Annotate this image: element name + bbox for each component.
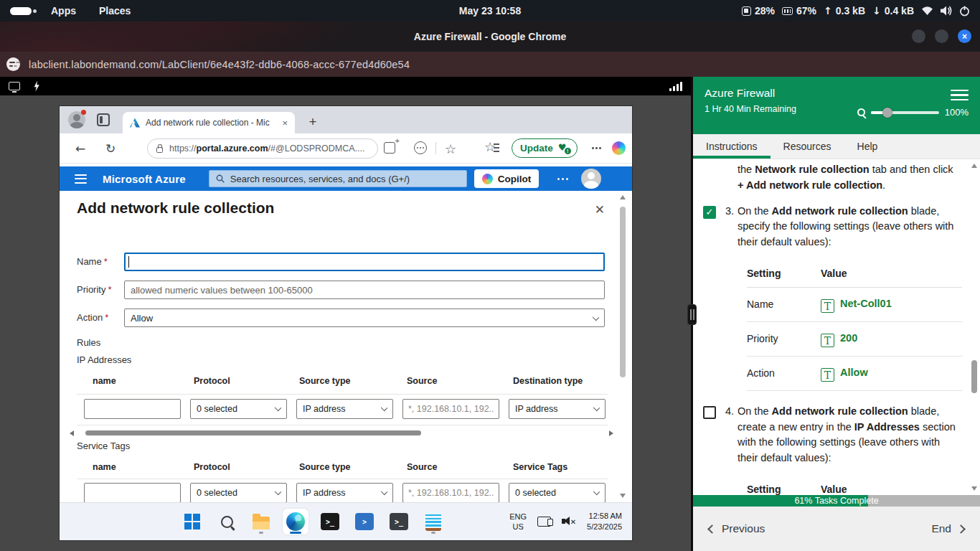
edge-update-button[interactable]: Update bbox=[512, 138, 578, 158]
panel-scrollbar-thumb[interactable] bbox=[971, 360, 977, 393]
scroll-left-arrow[interactable] bbox=[70, 430, 74, 436]
language-indicator[interactable]: ENG US bbox=[509, 512, 527, 532]
cmd-button[interactable]: >_ bbox=[317, 509, 343, 534]
name-input[interactable] bbox=[124, 253, 605, 271]
site-settings-icon[interactable] bbox=[6, 57, 20, 71]
col-source: Source bbox=[407, 376, 437, 386]
favorite-star-icon[interactable]: ☆ bbox=[441, 139, 460, 158]
azure-search-box[interactable]: Search resources, services, and docs (G+… bbox=[209, 170, 467, 187]
display-icon[interactable] bbox=[9, 82, 20, 90]
blade-vertical-scrollbar[interactable] bbox=[619, 194, 626, 499]
portal-menu-icon[interactable] bbox=[75, 174, 87, 184]
copilot-button[interactable]: Copilot bbox=[474, 169, 540, 188]
account-avatar[interactable] bbox=[581, 169, 601, 189]
ip-source-input[interactable] bbox=[402, 399, 499, 419]
service-tags-dropdown[interactable]: 0 selected bbox=[509, 483, 606, 502]
copilot-label: Copilot bbox=[498, 174, 532, 184]
service-tags-value: 0 selected bbox=[515, 488, 556, 498]
search-button[interactable] bbox=[214, 509, 240, 534]
ip-rule-name-input[interactable] bbox=[84, 399, 181, 419]
zoom-magnifier-icon[interactable] bbox=[857, 108, 865, 116]
powershell-button[interactable]: > bbox=[352, 509, 377, 534]
action-dropdown[interactable]: Allow bbox=[124, 309, 605, 327]
service-source-type-dropdown[interactable]: IP address bbox=[296, 483, 393, 502]
tab-resources[interactable]: Resources bbox=[771, 134, 844, 159]
edge-address-bar[interactable]: https://portal.azure.com/#@LODSPRODMCA..… bbox=[147, 138, 378, 159]
scroll-down-arrow[interactable] bbox=[620, 494, 626, 498]
chevron-right-icon bbox=[956, 524, 966, 534]
edge-url-text[interactable]: https://portal.azure.com/#@LODSPRODMCA..… bbox=[169, 143, 365, 154]
blade-close-icon[interactable]: ✕ bbox=[595, 202, 605, 217]
taskbar-clock[interactable]: 12:58 AM 5/23/2025 bbox=[587, 511, 622, 532]
edge-active-tab[interactable]: Add network rule collection - Mic × bbox=[123, 112, 295, 133]
actions-lightning-icon[interactable] bbox=[33, 81, 40, 92]
step4-checkbox[interactable] bbox=[703, 406, 716, 419]
step3-checkbox[interactable]: ✓ bbox=[703, 206, 716, 219]
zoom-slider[interactable] bbox=[871, 111, 939, 114]
tab-instructions[interactable]: Instructions bbox=[693, 134, 771, 159]
network-tray-icon[interactable] bbox=[537, 517, 551, 527]
copilot-icon[interactable] bbox=[612, 141, 626, 155]
favorites-list-icon[interactable]: ☆ bbox=[484, 139, 499, 154]
hscrollbar-thumb[interactable] bbox=[85, 430, 421, 435]
ip-protocol-dropdown[interactable]: 0 selected bbox=[190, 399, 287, 419]
chrome-url-text[interactable]: labclient.labondemand.com/LabClient/6e4e… bbox=[29, 59, 410, 70]
tab-close-icon[interactable]: × bbox=[282, 118, 288, 128]
panel-resize-handle[interactable] bbox=[687, 304, 697, 325]
notepad-button[interactable] bbox=[420, 509, 446, 534]
step-4: 4. On the Add network rule collection bl… bbox=[703, 404, 961, 466]
service-source-input[interactable] bbox=[402, 483, 499, 502]
net-download-indicator[interactable]: ↓ 0.4 kB bbox=[872, 5, 914, 17]
new-tab-button[interactable]: + bbox=[303, 113, 322, 131]
scrollbar-thumb[interactable] bbox=[620, 207, 626, 377]
ip-source-type-dropdown[interactable]: IP address bbox=[296, 399, 393, 419]
grid-horizontal-scrollbar[interactable] bbox=[80, 430, 603, 436]
service-rule-name-input[interactable] bbox=[84, 483, 181, 502]
lock-icon[interactable] bbox=[156, 147, 163, 153]
ip-destination-type-dropdown[interactable]: IP address bbox=[509, 399, 606, 419]
scroll-down-arrow[interactable] bbox=[971, 486, 977, 491]
extensions-icon[interactable] bbox=[414, 141, 427, 154]
scroll-up-arrow[interactable] bbox=[620, 195, 626, 199]
lab-panel-footer: Previous End bbox=[693, 507, 980, 551]
tab-search-icon[interactable] bbox=[97, 113, 110, 126]
start-button[interactable] bbox=[179, 509, 205, 534]
cpu-indicator[interactable]: 28% bbox=[742, 5, 775, 17]
scroll-right-arrow[interactable] bbox=[609, 430, 613, 436]
lab-menu-icon[interactable] bbox=[951, 90, 969, 100]
net-upload-indicator[interactable]: ↑ 0.3 kB bbox=[824, 5, 865, 17]
col-source-type: Source type bbox=[299, 376, 351, 386]
priority-input[interactable] bbox=[124, 281, 605, 299]
scroll-up-arrow[interactable] bbox=[971, 164, 977, 168]
chrome-url-bar[interactable]: labclient.labondemand.com/LabClient/6e4e… bbox=[0, 52, 980, 77]
back-button[interactable]: ← bbox=[71, 139, 90, 158]
maximize-button[interactable] bbox=[935, 29, 948, 43]
previous-button[interactable]: Previous bbox=[709, 522, 765, 535]
zoom-slider-knob[interactable] bbox=[882, 108, 892, 118]
service-protocol-dropdown[interactable]: 0 selected bbox=[190, 483, 287, 502]
power-icon[interactable] bbox=[959, 6, 970, 17]
file-explorer-button[interactable] bbox=[248, 509, 274, 534]
close-window-button[interactable]: × bbox=[958, 29, 971, 43]
activities-indicator[interactable] bbox=[10, 7, 37, 15]
split-screen-icon[interactable] bbox=[384, 142, 395, 154]
wifi-icon[interactable] bbox=[921, 6, 933, 16]
minimize-button[interactable] bbox=[912, 29, 925, 43]
volume-icon[interactable] bbox=[941, 6, 952, 16]
edge-taskbar-button[interactable] bbox=[283, 509, 308, 534]
places-menu[interactable]: Places bbox=[90, 2, 139, 19]
panel-scrollbar[interactable] bbox=[970, 161, 979, 494]
tab-help[interactable]: Help bbox=[844, 134, 891, 159]
memory-percent: 67% bbox=[796, 5, 816, 17]
portal-more-icon[interactable] bbox=[557, 178, 568, 180]
end-button[interactable]: End bbox=[931, 522, 964, 535]
terminal-button[interactable]: >_ bbox=[386, 509, 412, 534]
memory-indicator[interactable]: 67% bbox=[782, 5, 816, 17]
refresh-button[interactable]: ↻ bbox=[101, 139, 120, 158]
system-clock[interactable]: May 23 10:58 bbox=[459, 0, 521, 22]
azure-brand[interactable]: Microsoft Azure bbox=[103, 173, 186, 185]
taskbar-date: 5/23/2025 bbox=[587, 522, 622, 532]
apps-menu[interactable]: Apps bbox=[42, 2, 85, 19]
volume-muted-icon[interactable]: ✕ bbox=[562, 516, 576, 527]
edge-menu-icon[interactable] bbox=[592, 147, 601, 149]
